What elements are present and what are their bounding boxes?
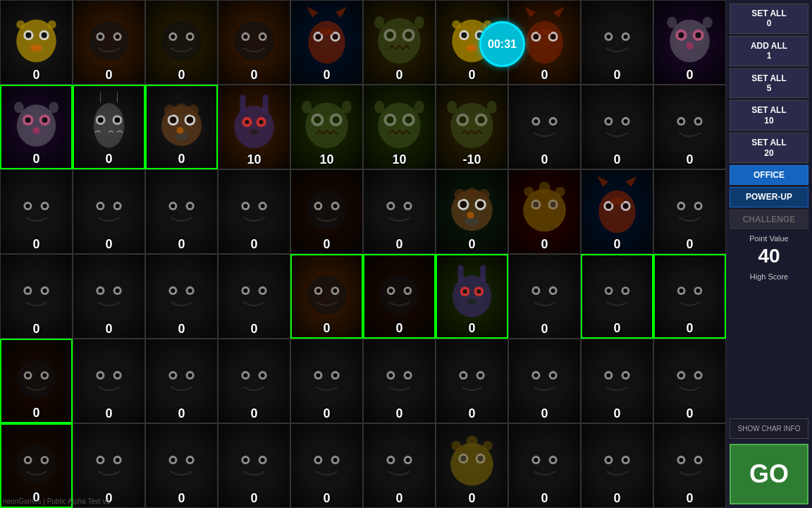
grid-cell-47[interactable]: 0 — [508, 339, 581, 423]
svg-point-334 — [478, 456, 484, 461]
svg-point-173 — [479, 189, 490, 200]
svg-point-3 — [25, 32, 31, 38]
grid-cell-38[interactable]: 0 — [581, 254, 653, 339]
grid-cell-11[interactable]: 0 — [73, 85, 145, 169]
svg-point-216 — [261, 289, 265, 293]
show-char-info-button[interactable]: SHOW CHAR INFO — [730, 418, 808, 439]
grid-cell-30[interactable]: 0 — [0, 254, 73, 339]
grid-cell-25[interactable]: 0 — [363, 169, 436, 254]
svg-point-346 — [606, 458, 610, 462]
svg-point-107 — [378, 103, 421, 149]
grid-cell-43[interactable]: 0 — [218, 339, 290, 423]
grid-cell-2[interactable]: 0 — [145, 0, 218, 85]
grid-cell-27[interactable]: 0 — [508, 169, 581, 254]
grid-cell-55[interactable]: 0 — [363, 423, 436, 508]
grid-cell-21[interactable]: 0 — [73, 169, 145, 254]
grid-cell-50[interactable]: 0 — [0, 423, 73, 508]
grid-cell-8[interactable]: 0 — [581, 0, 653, 85]
grid-cell-58[interactable]: 0 — [581, 423, 653, 508]
grid-cell-15[interactable]: 10 — [363, 85, 436, 169]
grid-cell-18[interactable]: 0 — [581, 85, 653, 169]
svg-point-333 — [460, 456, 466, 461]
svg-point-13 — [161, 21, 202, 61]
add-all-1-button[interactable]: ADD ALL1 — [730, 36, 808, 66]
grid-cell-14[interactable]: 10 — [290, 85, 363, 169]
grid-cell-48[interactable]: 0 — [581, 339, 653, 423]
svg-point-100 — [305, 103, 348, 149]
grid-cell-26[interactable]: 0 — [436, 169, 508, 254]
grid-cell-10[interactable]: 0 — [0, 85, 73, 169]
grid-cell-45[interactable]: 0 — [363, 339, 436, 423]
grid-cell-52[interactable]: 0 — [145, 423, 218, 508]
grid-cell-44[interactable]: 0 — [290, 339, 363, 423]
svg-point-279 — [406, 373, 410, 377]
svg-point-196 — [696, 204, 701, 208]
grid-cell-13[interactable]: 10 — [218, 85, 290, 169]
grid-cell-23[interactable]: 0 — [218, 169, 290, 254]
svg-point-171 — [465, 188, 478, 200]
svg-point-227 — [453, 275, 491, 317]
grid-cell-9[interactable]: 0 — [653, 0, 726, 85]
grid-cell-16[interactable]: -10 — [436, 85, 508, 169]
set-all-20-button[interactable]: SET ALL20 — [730, 133, 808, 163]
grid-cell-40[interactable]: 0 — [0, 339, 73, 423]
svg-point-289 — [551, 373, 555, 377]
grid-cell-12[interactable]: 0 — [145, 85, 218, 169]
grid-cell-4[interactable]: 0 — [290, 0, 363, 85]
svg-point-57 — [606, 35, 610, 39]
grid-cell-35[interactable]: 0 — [363, 254, 436, 339]
go-button[interactable]: GO — [730, 444, 808, 504]
grid-cell-22[interactable]: 0 — [145, 169, 218, 254]
svg-point-34 — [386, 32, 393, 39]
grid-cell-42[interactable]: 0 — [145, 339, 218, 423]
grid-cell-41[interactable]: 0 — [73, 339, 145, 423]
svg-point-154 — [243, 204, 247, 208]
grid-cell-33[interactable]: 0 — [218, 254, 290, 339]
grid-cell-28[interactable]: 0 — [581, 169, 653, 254]
grid-cell-29[interactable]: 0 — [653, 169, 726, 254]
grid-cell-59[interactable]: 0 — [653, 423, 726, 508]
grid-cell-37[interactable]: 0 — [508, 254, 581, 339]
grid-cell-53[interactable]: 0 — [218, 423, 290, 508]
grid-cell-34[interactable]: 0 — [290, 254, 363, 339]
set-all-0-button[interactable]: SET ALL0 — [730, 4, 808, 34]
grid-cell-20[interactable]: 0 — [0, 169, 73, 254]
grid-cell-5[interactable]: 0 — [363, 0, 436, 85]
office-button[interactable]: OFFICE — [730, 165, 808, 185]
grid-cell-24[interactable]: 0 — [290, 169, 363, 254]
svg-point-269 — [261, 373, 265, 377]
svg-point-195 — [679, 204, 683, 208]
grid-cell-39[interactable]: 0 — [653, 254, 726, 339]
challenge-button[interactable]: CHALLENGE — [730, 210, 808, 229]
grid-cell-19[interactable]: 0 — [653, 85, 726, 169]
svg-point-104 — [333, 116, 340, 123]
power-up-button[interactable]: POWER-UP — [730, 187, 808, 207]
grid-cell-36[interactable]: 0 — [436, 254, 508, 339]
svg-marker-190 — [597, 176, 608, 187]
grid-cell-51[interactable]: 0 — [73, 423, 145, 508]
svg-point-21 — [243, 35, 247, 39]
grid-cell-17[interactable]: 0 — [508, 85, 581, 169]
svg-point-221 — [333, 289, 337, 293]
grid-cell-3[interactable]: 0 — [218, 0, 290, 85]
grid-cell-56[interactable]: 0 — [436, 423, 508, 508]
grid-cell-31[interactable]: 0 — [73, 254, 145, 339]
svg-point-90 — [177, 127, 184, 134]
grid-cell-32[interactable]: 0 — [145, 254, 218, 339]
grid-cell-57[interactable]: 0 — [508, 423, 581, 508]
grid-cell-46[interactable]: 0 — [436, 339, 508, 423]
set-all-5-button[interactable]: SET ALL5 — [730, 68, 808, 99]
svg-point-324 — [333, 458, 338, 462]
sidebar-panel: SET ALL0 ADD ALL1 SET ALL5 SET ALL10 SET… — [726, 0, 812, 508]
svg-point-145 — [116, 204, 120, 208]
grid-cell-1[interactable]: 0 — [73, 0, 145, 85]
svg-point-7 — [48, 20, 56, 29]
svg-point-202 — [89, 275, 129, 315]
svg-point-88 — [164, 104, 176, 116]
grid-cell-0[interactable]: 0 — [0, 0, 73, 85]
grid-cell-49[interactable]: 0 — [653, 339, 726, 423]
grid-cell-54[interactable]: 0 — [290, 423, 363, 508]
svg-point-181 — [524, 187, 534, 197]
svg-point-75 — [94, 103, 125, 147]
set-all-10-button[interactable]: SET ALL10 — [730, 100, 808, 131]
